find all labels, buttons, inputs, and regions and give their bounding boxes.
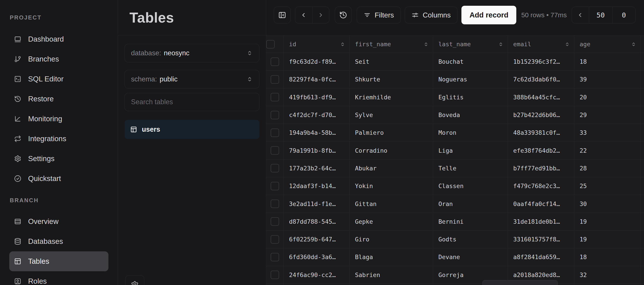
column-header-email[interactable]: email (508, 36, 574, 53)
search-tables-input[interactable] (131, 98, 253, 106)
table-row[interactable]: f9c63d2d-f89… Seit Bouchat 1b152396c3f2…… (266, 53, 644, 70)
cell-age[interactable]: 39 (574, 70, 641, 88)
column-header-id[interactable]: id (284, 36, 350, 53)
sidebar-item-databases[interactable]: Databases (9, 232, 108, 251)
cell-last-name[interactable]: Boveda (433, 106, 508, 124)
row-checkbox[interactable] (271, 182, 279, 190)
cell-id[interactable]: 79a1991b-8fb… (284, 142, 350, 159)
cell-last-name[interactable]: Telle (433, 160, 508, 177)
cell-age[interactable]: 19 (574, 230, 641, 248)
page-prev-button[interactable] (572, 7, 589, 23)
sort-icon[interactable] (340, 42, 346, 47)
row-checkbox[interactable] (271, 200, 279, 208)
sidebar-item-restore[interactable]: Restore (9, 89, 108, 109)
table-row[interactable]: 24f6ac90-cc2… Sabrien Gorreja a2018a820e… (266, 266, 644, 284)
cell-email[interactable]: a8f2841da659… (508, 248, 574, 266)
table-row[interactable]: 177a23b2-64c… Abukar Telle b7ff77ed91bb…… (266, 160, 644, 177)
columns-button[interactable]: Columns (405, 7, 458, 24)
row-checkbox[interactable] (271, 235, 279, 244)
cell-first-name[interactable]: Kriemhilde (350, 88, 433, 106)
sidebar-item-overview[interactable]: Overview (9, 212, 108, 232)
cell-email[interactable]: b27b422d6b06… (508, 106, 574, 124)
row-checkbox[interactable] (271, 75, 279, 84)
cell-email[interactable]: efe38f764db2… (508, 142, 574, 159)
table-row[interactable]: 194a9b4a-58b… Palmiero Moron 48a339381c0… (266, 124, 644, 142)
cell-id[interactable]: 24f6ac90-cc2… (284, 266, 350, 284)
table-row[interactable]: c4f2dc7f-d70… Sylve Boveda b27b422d6b06…… (266, 106, 644, 124)
cell-first-name[interactable]: Abukar (350, 160, 433, 177)
sidebar-item-branches[interactable]: Branches (9, 49, 108, 69)
cell-id[interactable]: 194a9b4a-58b… (284, 124, 350, 142)
sort-icon[interactable] (631, 42, 636, 47)
row-checkbox[interactable] (271, 128, 279, 137)
cell-age[interactable]: 29 (574, 106, 641, 124)
cell-id[interactable]: 82297f4a-0fc… (284, 70, 350, 88)
cell-last-name[interactable]: Godts (433, 230, 508, 248)
page-size-value[interactable]: 50 (589, 7, 612, 23)
cell-email[interactable]: 0aaf4fa0cf14… (508, 195, 574, 212)
cell-id[interactable]: 177a23b2-64c… (284, 160, 350, 177)
database-select[interactable]: database: neosync (124, 44, 259, 62)
cell-email[interactable]: 1b152396c3f2… (508, 53, 574, 70)
cell-email[interactable]: 388b64a45cfc… (508, 88, 574, 106)
cell-first-name[interactable]: Sabrien (350, 266, 433, 284)
sidebar-item-roles[interactable]: Roles (9, 271, 108, 285)
filters-button[interactable]: Filters (357, 7, 401, 24)
collapse-panel-button[interactable] (274, 7, 290, 24)
column-header-first-name[interactable]: first_name (350, 36, 433, 53)
cell-last-name[interactable]: Bernini (433, 213, 508, 230)
row-checkbox[interactable] (271, 217, 279, 226)
cell-age[interactable]: 22 (574, 142, 641, 159)
page-offset-value[interactable]: 0 (612, 7, 635, 23)
row-checkbox[interactable] (271, 253, 279, 261)
cell-last-name[interactable]: Oran (433, 195, 508, 212)
column-header-age[interactable]: age (574, 36, 641, 53)
cell-id[interactable]: 3e2ad11d-f1e… (284, 195, 350, 212)
schema-select[interactable]: schema: public (124, 70, 259, 88)
cell-age[interactable]: 32 (574, 266, 641, 284)
cell-first-name[interactable]: Corradino (350, 142, 433, 159)
cell-first-name[interactable]: Gepke (350, 213, 433, 230)
row-checkbox[interactable] (271, 111, 279, 119)
cell-first-name[interactable]: Gittan (350, 195, 433, 212)
cell-age[interactable]: 20 (574, 88, 641, 106)
cell-age[interactable]: 19 (574, 213, 641, 230)
cell-id[interactable]: d87dd788-545… (284, 213, 350, 230)
row-checkbox[interactable] (271, 58, 279, 66)
cell-last-name[interactable]: Bouchat (433, 53, 508, 70)
cell-last-name[interactable]: Liga (433, 142, 508, 159)
cell-first-name[interactable]: Blaga (350, 248, 433, 266)
table-row[interactable]: 6f02259b-647… Giro Godts 3316015757f8… 1… (266, 230, 644, 248)
sort-icon[interactable] (564, 42, 570, 47)
cell-last-name[interactable]: Classen (433, 177, 508, 195)
cell-email[interactable]: f479c768e2c3… (508, 177, 574, 195)
cell-age[interactable]: 30 (574, 195, 641, 212)
table-row[interactable]: 6fd360dd-3a6… Blaga Devane a8f2841da659…… (266, 248, 644, 266)
cell-id[interactable]: 12daaf3f-b14… (284, 177, 350, 195)
table-row[interactable]: 12daaf3f-b14… Yokin Classen f479c768e2c3… (266, 177, 644, 195)
next-button[interactable] (312, 7, 329, 23)
sidebar-item-tables[interactable]: Tables (9, 251, 108, 271)
sidebar-item-monitoring[interactable]: Monitoring (9, 109, 108, 129)
cell-id[interactable]: f9c63d2d-f89… (284, 53, 350, 70)
row-checkbox[interactable] (271, 164, 279, 172)
cell-email[interactable]: b7ff77ed91bb… (508, 160, 574, 177)
sidebar-item-sql-editor[interactable]: SQL Editor (9, 69, 108, 89)
column-header-last-name[interactable]: last_name (433, 36, 508, 53)
cell-age[interactable]: 28 (574, 160, 641, 177)
cell-first-name[interactable]: Seit (350, 53, 433, 70)
sidebar-item-dashboard[interactable]: Dashboard (9, 29, 108, 49)
cell-email[interactable]: 3316015757f8… (508, 230, 574, 248)
cell-id[interactable]: c4f2dc7f-d70… (284, 106, 350, 124)
cell-first-name[interactable]: Giro (350, 230, 433, 248)
sort-icon[interactable] (423, 42, 429, 47)
select-all-checkbox[interactable] (266, 40, 275, 48)
cell-email[interactable]: 48a339381c0f… (508, 124, 574, 142)
add-record-button[interactable]: Add record (462, 6, 516, 24)
cell-id[interactable]: 419fb613-df9… (284, 88, 350, 106)
cell-age[interactable]: 25 (574, 177, 641, 195)
cell-first-name[interactable]: Sylve (350, 106, 433, 124)
table-list-item-users[interactable]: users (124, 120, 259, 139)
table-row[interactable]: d87dd788-545… Gepke Bernini 31de181de0b1… (266, 213, 644, 230)
sidebar-item-integrations[interactable]: Integrations (9, 129, 108, 149)
